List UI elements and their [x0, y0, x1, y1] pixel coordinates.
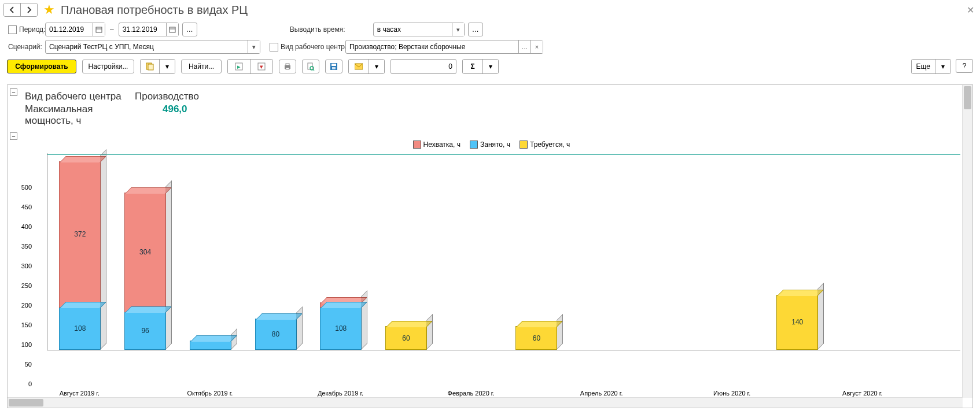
- sum-dropdown-icon[interactable]: ▾: [482, 60, 498, 73]
- chart-bar: 372108: [59, 161, 101, 350]
- more-dropdown-icon[interactable]: ▾: [935, 60, 950, 73]
- period-checkbox[interactable]: [8, 25, 17, 34]
- chart-bar: 60: [515, 326, 557, 350]
- x-tick-label: Апрель 2020 г.: [569, 390, 634, 397]
- close-icon[interactable]: ✕: [967, 5, 974, 16]
- expand-all-button[interactable]: ▸: [228, 60, 250, 73]
- settings-button[interactable]: Настройки...: [82, 60, 134, 73]
- svg-rect-18: [332, 67, 336, 69]
- time-dropdown-icon[interactable]: ▾: [452, 23, 464, 36]
- bar-segment-blue: 108: [59, 308, 101, 350]
- svg-rect-2: [170, 27, 175, 32]
- bar-segment-yellow: 60: [385, 326, 427, 350]
- bar-segment-red: 372: [59, 161, 101, 308]
- y-tick-label: 400: [21, 223, 32, 230]
- sigma-icon: Σ: [463, 60, 482, 73]
- date-from-calendar-icon[interactable]: [93, 23, 105, 36]
- bar-segment-blue: 108: [320, 308, 362, 350]
- email-dropdown-icon[interactable]: ▾: [369, 60, 384, 73]
- scenario-dropdown[interactable]: Сценарий ТестРЦ с УПП, Месяц ▾: [45, 40, 260, 54]
- save-button[interactable]: [325, 60, 342, 73]
- nav-back-forward[interactable]: [3, 3, 38, 17]
- time-dropdown[interactable]: в часах ▾: [373, 23, 465, 36]
- header-v1: Производство: [135, 91, 963, 102]
- vrc-more-icon[interactable]: …: [518, 40, 530, 53]
- y-tick-label: 350: [21, 243, 32, 250]
- bar-value-label: 96: [141, 327, 149, 335]
- numeric-value: 0: [448, 62, 452, 71]
- period-more-button[interactable]: …: [182, 23, 197, 36]
- chart-bar: 30496: [124, 193, 166, 350]
- scenario-dropdown-icon[interactable]: ▾: [248, 40, 260, 53]
- bar-value-label: 140: [791, 318, 803, 326]
- scenario-value: Сценарий ТестРЦ с УПП, Месяц: [46, 40, 248, 53]
- bar-value-label: 304: [139, 248, 151, 256]
- print-button[interactable]: [279, 60, 296, 73]
- date-range-dash: –: [110, 25, 114, 34]
- expand-collapse-group: ▸ ▾: [227, 59, 273, 74]
- settings-variants-icon: [141, 60, 159, 73]
- preview-button[interactable]: [302, 60, 319, 73]
- vrc-label: Вид рабочего центра:: [281, 43, 351, 51]
- date-from-field[interactable]: 01.12.2019: [45, 23, 105, 36]
- vertical-scrollbar[interactable]: [962, 85, 972, 398]
- chart-bar-slot: [830, 153, 896, 350]
- date-to-calendar-icon[interactable]: [166, 23, 178, 36]
- chart-bar: 60: [385, 326, 427, 350]
- vrc-field[interactable]: Производство; Верстаки сборочные … ×: [345, 40, 543, 54]
- period-label: Период:: [19, 25, 45, 34]
- email-button[interactable]: ▾: [348, 59, 385, 74]
- svg-text:▾: ▾: [260, 63, 263, 70]
- generate-button[interactable]: Сформировать: [7, 60, 76, 73]
- chart-bar-slot: 60: [374, 153, 439, 350]
- chart-bar-slot: [569, 153, 635, 350]
- more-label: Еще: [912, 60, 935, 73]
- horizontal-scrollbar[interactable]: [8, 397, 963, 408]
- email-icon: [349, 60, 369, 73]
- y-tick-label: 50: [25, 361, 32, 368]
- y-tick-label: 100: [21, 341, 32, 348]
- time-value: в часах: [374, 23, 452, 36]
- favorite-star-icon[interactable]: ★: [43, 2, 55, 17]
- svg-rect-12: [286, 68, 289, 69]
- vrc-clear-icon[interactable]: ×: [530, 40, 543, 53]
- svg-rect-0: [96, 27, 102, 32]
- bar-value-label: 60: [402, 334, 410, 342]
- date-to-field[interactable]: 31.12.2019: [119, 23, 179, 36]
- date-from-value: 01.12.2019: [46, 23, 93, 36]
- forward-button[interactable]: [20, 3, 37, 16]
- x-tick-label: Февраль 2020 г.: [439, 390, 504, 397]
- chart-bar-slot: [699, 153, 765, 350]
- vrc-checkbox[interactable]: [270, 43, 278, 51]
- settings-variants-button[interactable]: ▾: [140, 59, 175, 74]
- report-area: − − Вид рабочего центра Производство Мак…: [7, 84, 973, 408]
- chart-bar: 140: [776, 295, 818, 350]
- chart-bar-slot: [895, 153, 960, 350]
- help-button[interactable]: ?: [956, 59, 973, 73]
- legend-swatch-required: [520, 141, 528, 149]
- numeric-input[interactable]: 0: [390, 59, 456, 74]
- outline-collapse-1[interactable]: −: [10, 88, 17, 96]
- report-header: Вид рабочего центра Производство Максима…: [20, 85, 963, 127]
- chart-bar-slot: [634, 153, 699, 350]
- vrc-value: Производство; Верстаки сборочные: [346, 40, 518, 53]
- sum-button[interactable]: Σ ▾: [462, 59, 499, 74]
- y-tick-label: 300: [21, 263, 32, 269]
- find-button[interactable]: Найти...: [181, 60, 222, 73]
- more-button[interactable]: Еще ▾: [911, 59, 951, 74]
- chart-bar: 12108: [320, 302, 362, 350]
- settings-variants-dropdown-icon[interactable]: ▾: [159, 60, 175, 73]
- svg-text:▸: ▸: [237, 63, 241, 70]
- x-tick-label: Октябрь 2019 г.: [178, 390, 243, 397]
- bar-segment-yellow: 140: [776, 295, 818, 350]
- collapse-all-button[interactable]: ▾: [250, 60, 272, 73]
- legend-label-busy: Занято, ч: [480, 141, 510, 149]
- date-to-value: 31.12.2019: [119, 23, 166, 36]
- chart-bar-slot: 12108: [308, 153, 374, 350]
- x-tick-label: Август 2019 г.: [47, 390, 112, 397]
- outline-collapse-2[interactable]: −: [10, 132, 17, 140]
- y-tick-label: 450: [21, 204, 32, 210]
- time-more-button[interactable]: …: [468, 23, 483, 36]
- back-button[interactable]: [4, 3, 20, 16]
- legend-label-shortage: Нехватка, ч: [423, 141, 460, 149]
